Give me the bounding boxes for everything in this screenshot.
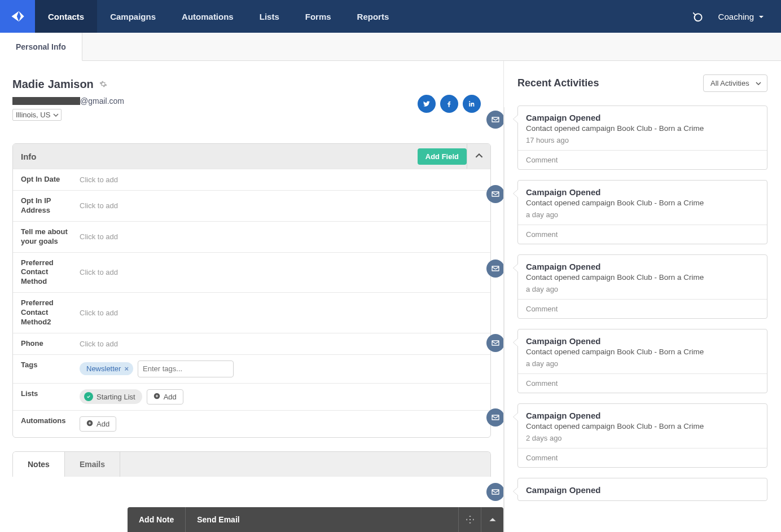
field-pcm2[interactable]: Click to add (74, 293, 490, 333)
tags-input[interactable] (138, 360, 234, 377)
contact-first-name: Madie (12, 78, 45, 91)
tag-chip-label: Newsletter (86, 364, 121, 373)
activity-comment[interactable]: Comment (518, 448, 767, 467)
activity-title: Campaign Opened (526, 485, 759, 495)
info-title: Info (21, 152, 37, 161)
timeline-line (503, 107, 504, 532)
label-automations: Automations (13, 411, 74, 437)
activity-title: Campaign Opened (526, 187, 759, 197)
nav-automations[interactable]: Automations (169, 0, 247, 33)
card-pointer (513, 412, 518, 421)
tab-notes[interactable]: Notes (13, 452, 65, 477)
facebook-icon[interactable] (440, 95, 458, 113)
activity-title: Campaign Opened (526, 262, 759, 271)
send-email-button[interactable]: Send Email (185, 507, 251, 532)
activity-desc: Contact opened campaign Book Club - Born… (526, 348, 759, 356)
contact-last-name: Jamison (48, 78, 94, 91)
activity-time: 17 hours ago (526, 136, 759, 144)
nav-campaigns[interactable]: Campaigns (97, 0, 169, 33)
activity-comment[interactable]: Comment (518, 299, 767, 318)
activity-card: Campaign OpenedContact opened campaign B… (517, 254, 767, 319)
activity-comment[interactable]: Comment (518, 373, 767, 393)
nav-contacts[interactable]: Contacts (35, 0, 97, 33)
label-tags: Tags (13, 355, 74, 383)
linkedin-icon[interactable] (463, 95, 481, 113)
label-pcm: Preferred Contact Method (13, 253, 74, 293)
logo[interactable] (0, 0, 35, 33)
account-label: Coaching (718, 12, 754, 21)
card-pointer (513, 189, 518, 198)
field-automations: Add (74, 411, 490, 437)
mail-icon (486, 408, 504, 427)
nav-reports[interactable]: Reports (344, 0, 402, 33)
activity-body: Campaign Opened (518, 478, 767, 500)
add-field-button[interactable]: Add Field (418, 148, 467, 165)
card-pointer (513, 263, 518, 272)
activity-comment[interactable]: Comment (518, 225, 767, 244)
add-automation-label: Add (96, 420, 109, 428)
recent-activities-title: Recent Activities (517, 77, 599, 89)
mail-icon (486, 334, 504, 352)
activity-card: Campaign OpenedContact opened campaign B… (517, 105, 767, 170)
activity-filter[interactable]: All Activities (703, 74, 767, 92)
add-automation-button[interactable]: Add (80, 416, 116, 432)
plus-icon (153, 393, 160, 401)
mail-icon (486, 111, 504, 129)
label-lists: Lists (13, 384, 74, 410)
activity-body: Campaign OpenedContact opened campaign B… (518, 181, 767, 225)
tab-personal-info[interactable]: Personal Info (0, 33, 82, 61)
mail-icon (486, 260, 504, 278)
location-select[interactable]: Illinois, US (12, 109, 62, 121)
activity-body: Campaign OpenedContact opened campaign B… (518, 329, 767, 373)
move-handle-icon[interactable] (458, 507, 481, 532)
collapse-toggle[interactable] (467, 144, 490, 169)
remove-tag-icon[interactable]: × (124, 364, 129, 373)
info-panel-header: Info Add Field (13, 144, 490, 169)
activity-desc: Contact opened campaign Book Club - Born… (526, 422, 759, 430)
tag-chip: Newsletter × (80, 362, 133, 375)
add-list-button[interactable]: Add (147, 389, 183, 405)
activity-comment[interactable]: Comment (518, 150, 767, 169)
field-goals[interactable]: Click to add (74, 222, 490, 252)
add-note-button[interactable]: Add Note (128, 507, 185, 532)
activity-title: Campaign Opened (526, 336, 759, 346)
label-opt-in-ip: Opt In IP Address (13, 191, 74, 221)
activity-body: Campaign OpenedContact opened campaign B… (518, 255, 767, 299)
label-opt-in-date: Opt In Date (13, 169, 74, 190)
label-goals: Tell me about your goals (13, 222, 74, 252)
field-opt-in-ip[interactable]: Click to add (74, 191, 490, 221)
email-domain: @gmail.com (80, 96, 124, 105)
account-menu[interactable]: Coaching (718, 12, 764, 21)
activity-time: 2 days ago (526, 434, 759, 442)
list-chip[interactable]: Starting List (80, 389, 142, 404)
contact-name: Madie Jamison (12, 78, 491, 91)
activity-desc: Contact opened campaign Book Club - Born… (526, 273, 759, 282)
field-tags: Newsletter × (74, 355, 490, 383)
nav-forms[interactable]: Forms (292, 0, 344, 33)
redacted-email-local (12, 97, 80, 105)
twitter-icon[interactable] (418, 95, 436, 113)
card-pointer (513, 338, 518, 347)
mail-icon (486, 185, 504, 203)
field-phone[interactable]: Click to add (74, 333, 490, 354)
chevron-up-icon (475, 152, 483, 161)
check-circle-icon (84, 392, 93, 401)
nav-lists[interactable]: Lists (247, 0, 292, 33)
activity-desc: Contact opened campaign Book Club - Born… (526, 199, 759, 207)
gear-icon[interactable] (99, 78, 107, 91)
activity-title: Campaign Opened (526, 113, 759, 122)
activity-body: Campaign OpenedContact opened campaign B… (518, 106, 767, 150)
activity-title: Campaign Opened (526, 411, 759, 420)
activity-time: a day ago (526, 285, 759, 293)
card-pointer (513, 487, 518, 496)
field-pcm[interactable]: Click to add (74, 253, 490, 293)
activity-time: a day ago (526, 359, 759, 368)
tab-emails[interactable]: Emails (65, 452, 120, 477)
activity-body: Campaign OpenedContact opened campaign B… (518, 404, 767, 448)
add-list-label: Add (164, 393, 177, 401)
search-icon[interactable] (692, 10, 706, 23)
label-pcm2: Preferred Contact Method2 (13, 293, 74, 333)
collapse-up-icon[interactable] (481, 507, 503, 532)
list-chip-label: Starting List (96, 393, 135, 401)
field-opt-in-date[interactable]: Click to add (74, 169, 490, 190)
